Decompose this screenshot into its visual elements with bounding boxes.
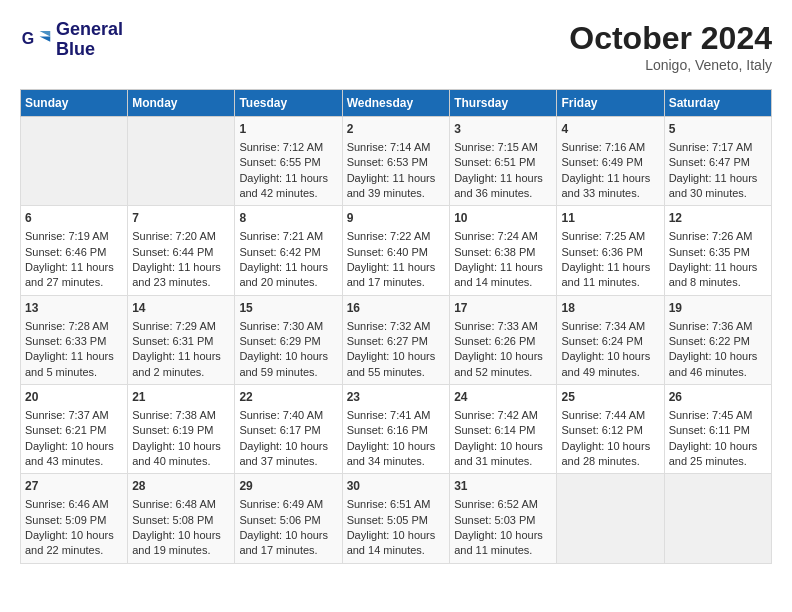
sunrise-text: Sunrise: 7:42 AM [454,409,538,421]
day-number: 7 [132,210,230,227]
weekday-header-row: SundayMondayTuesdayWednesdayThursdayFrid… [21,90,772,117]
sunset-text: Sunset: 6:53 PM [347,156,428,168]
daylight-text: Daylight: 11 hours and 17 minutes. [347,261,436,288]
daylight-text: Daylight: 11 hours and 27 minutes. [25,261,114,288]
calendar-cell: 2Sunrise: 7:14 AMSunset: 6:53 PMDaylight… [342,117,450,206]
day-number: 17 [454,300,552,317]
day-number: 10 [454,210,552,227]
daylight-text: Daylight: 10 hours and 11 minutes. [454,529,543,556]
day-number: 18 [561,300,659,317]
sunrise-text: Sunrise: 7:25 AM [561,230,645,242]
sunset-text: Sunset: 6:42 PM [239,246,320,258]
daylight-text: Daylight: 11 hours and 33 minutes. [561,172,650,199]
calendar-cell: 31Sunrise: 6:52 AMSunset: 5:03 PMDayligh… [450,474,557,563]
day-number: 20 [25,389,123,406]
weekday-header: Wednesday [342,90,450,117]
daylight-text: Daylight: 11 hours and 11 minutes. [561,261,650,288]
sunset-text: Sunset: 5:08 PM [132,514,213,526]
sunset-text: Sunset: 6:51 PM [454,156,535,168]
calendar-week-row: 13Sunrise: 7:28 AMSunset: 6:33 PMDayligh… [21,295,772,384]
sunset-text: Sunset: 6:36 PM [561,246,642,258]
day-number: 1 [239,121,337,138]
day-number: 23 [347,389,446,406]
weekday-header: Thursday [450,90,557,117]
sunset-text: Sunset: 6:29 PM [239,335,320,347]
day-number: 2 [347,121,446,138]
daylight-text: Daylight: 11 hours and 36 minutes. [454,172,543,199]
daylight-text: Daylight: 11 hours and 30 minutes. [669,172,758,199]
calendar-cell: 30Sunrise: 6:51 AMSunset: 5:05 PMDayligh… [342,474,450,563]
sunset-text: Sunset: 6:31 PM [132,335,213,347]
svg-text:G: G [22,29,34,46]
sunset-text: Sunset: 6:27 PM [347,335,428,347]
logo-text: General Blue [56,20,123,60]
sunset-text: Sunset: 6:44 PM [132,246,213,258]
sunrise-text: Sunrise: 6:46 AM [25,498,109,510]
weekday-header: Tuesday [235,90,342,117]
daylight-text: Daylight: 10 hours and 31 minutes. [454,440,543,467]
calendar-cell: 23Sunrise: 7:41 AMSunset: 6:16 PMDayligh… [342,385,450,474]
day-number: 15 [239,300,337,317]
weekday-header: Saturday [664,90,771,117]
calendar-cell [557,474,664,563]
calendar-cell: 10Sunrise: 7:24 AMSunset: 6:38 PMDayligh… [450,206,557,295]
logo-line2: Blue [56,40,123,60]
sunrise-text: Sunrise: 7:20 AM [132,230,216,242]
weekday-header: Sunday [21,90,128,117]
calendar-table: SundayMondayTuesdayWednesdayThursdayFrid… [20,89,772,564]
calendar-week-row: 20Sunrise: 7:37 AMSunset: 6:21 PMDayligh… [21,385,772,474]
sunset-text: Sunset: 6:55 PM [239,156,320,168]
calendar-cell: 27Sunrise: 6:46 AMSunset: 5:09 PMDayligh… [21,474,128,563]
sunset-text: Sunset: 6:14 PM [454,424,535,436]
calendar-cell: 4Sunrise: 7:16 AMSunset: 6:49 PMDaylight… [557,117,664,206]
day-number: 14 [132,300,230,317]
calendar-cell: 15Sunrise: 7:30 AMSunset: 6:29 PMDayligh… [235,295,342,384]
daylight-text: Daylight: 11 hours and 14 minutes. [454,261,543,288]
daylight-text: Daylight: 10 hours and 40 minutes. [132,440,221,467]
calendar-cell [21,117,128,206]
calendar-cell: 28Sunrise: 6:48 AMSunset: 5:08 PMDayligh… [128,474,235,563]
sunrise-text: Sunrise: 7:36 AM [669,320,753,332]
daylight-text: Daylight: 11 hours and 20 minutes. [239,261,328,288]
sunrise-text: Sunrise: 7:24 AM [454,230,538,242]
day-number: 25 [561,389,659,406]
calendar-cell: 3Sunrise: 7:15 AMSunset: 6:51 PMDaylight… [450,117,557,206]
calendar-cell: 21Sunrise: 7:38 AMSunset: 6:19 PMDayligh… [128,385,235,474]
calendar-cell: 7Sunrise: 7:20 AMSunset: 6:44 PMDaylight… [128,206,235,295]
calendar-cell [664,474,771,563]
sunrise-text: Sunrise: 7:26 AM [669,230,753,242]
page-header: G General Blue October 2024 Lonigo, Vene… [20,20,772,73]
daylight-text: Daylight: 10 hours and 25 minutes. [669,440,758,467]
sunrise-text: Sunrise: 6:52 AM [454,498,538,510]
sunrise-text: Sunrise: 7:17 AM [669,141,753,153]
sunset-text: Sunset: 6:49 PM [561,156,642,168]
sunrise-text: Sunrise: 7:34 AM [561,320,645,332]
daylight-text: Daylight: 10 hours and 22 minutes. [25,529,114,556]
day-number: 8 [239,210,337,227]
sunset-text: Sunset: 6:33 PM [25,335,106,347]
calendar-cell: 13Sunrise: 7:28 AMSunset: 6:33 PMDayligh… [21,295,128,384]
calendar-cell: 22Sunrise: 7:40 AMSunset: 6:17 PMDayligh… [235,385,342,474]
day-number: 6 [25,210,123,227]
sunrise-text: Sunrise: 6:51 AM [347,498,431,510]
calendar-cell [128,117,235,206]
daylight-text: Daylight: 10 hours and 49 minutes. [561,350,650,377]
day-number: 5 [669,121,767,138]
sunrise-text: Sunrise: 7:38 AM [132,409,216,421]
weekday-header: Monday [128,90,235,117]
day-number: 31 [454,478,552,495]
calendar-cell: 29Sunrise: 6:49 AMSunset: 5:06 PMDayligh… [235,474,342,563]
sunset-text: Sunset: 6:46 PM [25,246,106,258]
day-number: 16 [347,300,446,317]
sunset-text: Sunset: 5:09 PM [25,514,106,526]
day-number: 3 [454,121,552,138]
calendar-week-row: 27Sunrise: 6:46 AMSunset: 5:09 PMDayligh… [21,474,772,563]
daylight-text: Daylight: 10 hours and 59 minutes. [239,350,328,377]
sunrise-text: Sunrise: 7:19 AM [25,230,109,242]
calendar-cell: 24Sunrise: 7:42 AMSunset: 6:14 PMDayligh… [450,385,557,474]
daylight-text: Daylight: 10 hours and 14 minutes. [347,529,436,556]
sunrise-text: Sunrise: 7:28 AM [25,320,109,332]
sunrise-text: Sunrise: 7:30 AM [239,320,323,332]
sunset-text: Sunset: 5:05 PM [347,514,428,526]
sunset-text: Sunset: 5:06 PM [239,514,320,526]
